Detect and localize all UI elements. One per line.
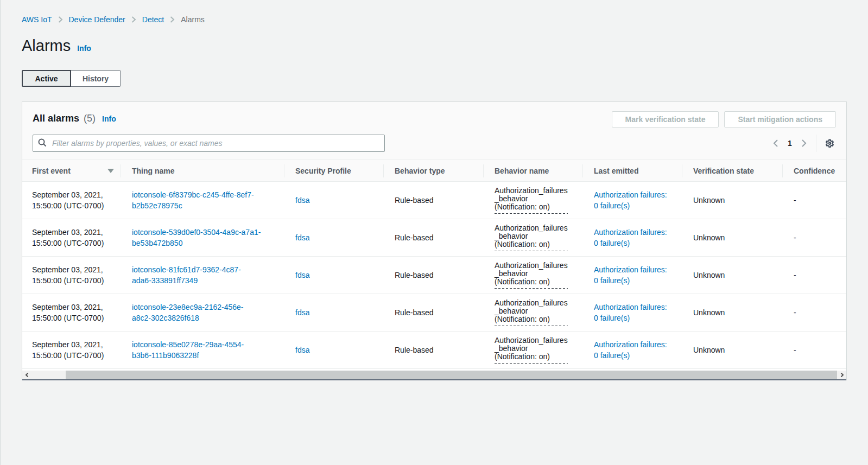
security-profile-link[interactable]: fdsa (295, 232, 378, 243)
panel-info-link[interactable]: Info (102, 113, 116, 125)
behavior-name-line: (Notification: on) (495, 203, 568, 211)
thing-name-line: iotconsole-539d0ef0-3504-4a9c-a7a1- (132, 227, 279, 238)
last-emitted-link[interactable]: Authorization failures: 0 failure(s) (594, 339, 677, 361)
horizontal-scrollbar[interactable] (22, 371, 846, 380)
filter-input[interactable] (33, 135, 385, 152)
column-header-first-event[interactable]: First event (22, 160, 121, 182)
last-emitted-link[interactable]: Authorization failures: 0 failure(s) (594, 264, 677, 286)
side-nav-edge (0, 0, 1, 465)
thing-name-link[interactable]: iotconsole-85e0278e-29aa-4554- b3b6-111b… (132, 339, 279, 361)
cell-verification-state: Unknown (682, 219, 783, 257)
page-info-link[interactable]: Info (77, 44, 91, 53)
thing-name-line: iotconsole-23e8ec9a-2162-456e- (132, 302, 279, 313)
cell-behavior-type: Rule-based (384, 219, 484, 257)
verification-state-value: Unknown (693, 233, 725, 242)
cell-behavior-name: Authorization_failures _behavior (Notifi… (484, 294, 583, 332)
start-mitigation-actions-button[interactable]: Start mitigation actions (724, 111, 836, 128)
table-row: September 03, 2021, 15:50:00 (UTC-0700) … (22, 182, 846, 219)
tab-history[interactable]: History (71, 70, 121, 87)
breadcrumb-current: Alarms (181, 15, 205, 24)
column-header-security-profile[interactable]: Security Profile (284, 160, 384, 182)
pagination: 1 (769, 135, 836, 152)
behavior-name-tooltip-trigger[interactable]: Authorization_failures _behavior (Notifi… (495, 262, 568, 289)
cell-first-event: September 03, 2021, 15:50:00 (UTC-0700) (22, 182, 121, 219)
behavior-name-line: _behavior (495, 232, 568, 240)
confidence-value: - (794, 271, 796, 279)
cell-thing-name: iotconsole-6f8379bc-c245-4ffe-8ef7- b2b5… (121, 182, 284, 219)
behavior-name-tooltip-trigger[interactable]: Authorization_failures _behavior (Notifi… (495, 224, 568, 251)
column-header-behavior-name[interactable]: Behavior name (484, 160, 583, 182)
column-header-label: Confidence (794, 167, 835, 175)
cell-confidence: - (783, 182, 846, 219)
scrollbar-track[interactable] (31, 371, 837, 379)
sort-descending-icon (107, 169, 114, 173)
security-profile-link[interactable]: fdsa (295, 270, 378, 281)
tab-active[interactable]: Active (22, 70, 71, 87)
breadcrumb-link-aws-iot[interactable]: AWS IoT (22, 15, 52, 24)
behavior-name-line: (Notification: on) (495, 315, 568, 323)
cell-security-profile: fdsa (284, 257, 384, 294)
column-header-last-emitted[interactable]: Last emitted (583, 160, 682, 182)
chevron-left-icon (772, 139, 779, 148)
last-emitted-line: 0 failure(s) (594, 350, 677, 361)
last-emitted-link[interactable]: Authorization failures: 0 failure(s) (594, 189, 677, 211)
last-emitted-line: 0 failure(s) (594, 200, 677, 211)
scroll-right-button[interactable] (837, 371, 846, 379)
behavior-name-tooltip-trigger[interactable]: Authorization_failures _behavior (Notifi… (495, 299, 568, 326)
security-profile-link[interactable]: fdsa (295, 307, 378, 318)
table-row: September 03, 2021, 15:50:00 (UTC-0700) … (22, 219, 846, 257)
mark-verification-state-button[interactable]: Mark verification state (612, 111, 719, 128)
column-header-verification-state[interactable]: Verification state (682, 160, 783, 182)
cell-verification-state: Unknown (682, 332, 783, 369)
thing-name-link[interactable]: iotconsole-539d0ef0-3504-4a9c-a7a1- be53… (132, 227, 279, 249)
panel-title-row: All alarms (5) Info (33, 112, 116, 125)
breadcrumb: AWS IoT Device Defender Detect Alarms (22, 0, 847, 24)
breadcrumb-link-detect[interactable]: Detect (142, 15, 164, 24)
table-scroll-area: First event Thing name Security Profile … (22, 160, 846, 369)
breadcrumb-link-device-defender[interactable]: Device Defender (69, 15, 125, 24)
cell-thing-name: iotconsole-85e0278e-29aa-4554- b3b6-111b… (121, 332, 284, 369)
first-event-line: 15:50:00 (UTC-0700) (32, 275, 116, 286)
previous-page-button[interactable] (769, 137, 782, 150)
preferences-button[interactable] (823, 137, 836, 150)
behavior-name-line: Authorization_failures (495, 299, 568, 307)
last-emitted-link[interactable]: Authorization failures: 0 failure(s) (594, 227, 677, 249)
behavior-name-tooltip-trigger[interactable]: Authorization_failures _behavior (Notifi… (495, 187, 568, 214)
current-page-number[interactable]: 1 (783, 139, 796, 148)
first-event-line: 15:50:00 (UTC-0700) (32, 200, 116, 211)
cell-confidence: - (783, 294, 846, 332)
cell-security-profile: fdsa (284, 332, 384, 369)
column-header-behavior-type[interactable]: Behavior type (384, 160, 484, 182)
column-header-confidence[interactable]: Confidence (783, 160, 846, 182)
security-profile-link[interactable]: fdsa (295, 345, 378, 355)
cell-security-profile: fdsa (284, 182, 384, 219)
column-header-thing-name[interactable]: Thing name (121, 160, 284, 182)
alarms-panel: All alarms (5) Info Mark verification st… (22, 101, 847, 380)
thing-name-line: ada6-333891ff7349 (132, 275, 279, 286)
column-header-label: Thing name (132, 167, 175, 175)
page-header: Alarms Info (22, 37, 847, 54)
cell-behavior-name: Authorization_failures _behavior (Notifi… (484, 332, 583, 369)
column-header-label: Last emitted (594, 167, 638, 175)
scroll-left-button[interactable] (22, 371, 31, 379)
thing-name-link[interactable]: iotconsole-23e8ec9a-2162-456e- a8c2-302c… (132, 302, 279, 323)
thing-name-link[interactable]: iotconsole-6f8379bc-c245-4ffe-8ef7- b2b5… (132, 189, 279, 211)
table-row: September 03, 2021, 15:50:00 (UTC-0700) … (22, 257, 846, 294)
thing-name-link[interactable]: iotconsole-81fc61d7-9362-4c87- ada6-3338… (132, 264, 279, 286)
chevron-left-icon (25, 373, 29, 377)
behavior-type-value: Rule-based (395, 196, 434, 205)
first-event-line: September 03, 2021, (32, 227, 116, 238)
thing-name-line: b2b52e78975c (132, 200, 279, 211)
last-emitted-link[interactable]: Authorization failures: 0 failure(s) (594, 302, 677, 323)
page-title: Alarms (22, 37, 71, 54)
first-event-line: September 03, 2021, (32, 302, 116, 313)
behavior-name-line: Authorization_failures (495, 187, 568, 195)
scrollbar-thumb[interactable] (66, 371, 837, 379)
security-profile-link[interactable]: fdsa (295, 195, 378, 206)
behavior-name-line: Authorization_failures (495, 224, 568, 232)
cell-thing-name: iotconsole-23e8ec9a-2162-456e- a8c2-302c… (121, 294, 284, 332)
next-page-button[interactable] (797, 137, 810, 150)
behavior-name-line: (Notification: on) (495, 240, 568, 249)
first-event-line: September 03, 2021, (32, 189, 116, 200)
behavior-name-tooltip-trigger[interactable]: Authorization_failures _behavior (Notifi… (495, 336, 568, 364)
